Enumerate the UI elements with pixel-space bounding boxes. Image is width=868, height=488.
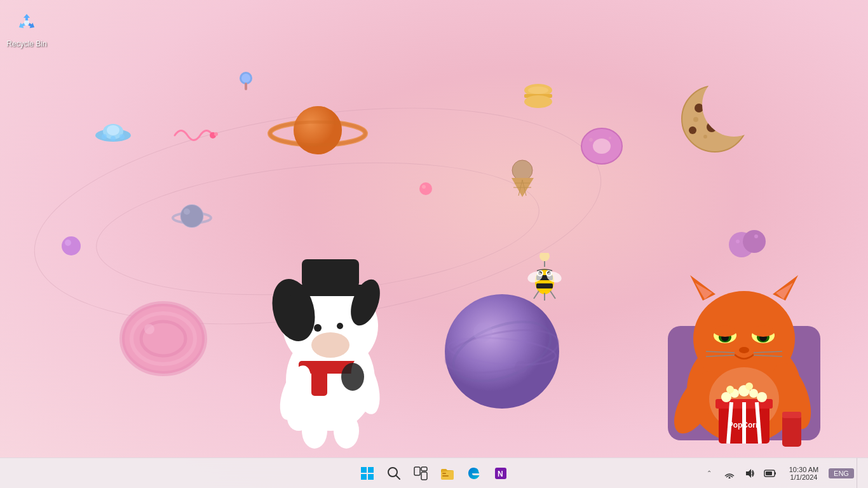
svg-point-105 [752, 328, 775, 343]
svg-point-42 [682, 86, 748, 152]
file-explorer-icon [440, 466, 454, 480]
expand-tray-button[interactable]: ⌃ [700, 464, 718, 482]
ufo-decoration [94, 118, 132, 143]
svg-point-2 [103, 124, 123, 139]
battery-icon[interactable] [761, 464, 779, 482]
svg-rect-87 [536, 283, 553, 288]
svg-point-50 [729, 232, 754, 257]
network-icon[interactable] [721, 464, 738, 482]
edge-icon [467, 466, 481, 480]
svg-point-80 [302, 413, 327, 449]
svg-rect-120 [719, 402, 770, 444]
garfield-character: PopCorn [655, 250, 833, 453]
svg-rect-134 [782, 412, 801, 418]
svg-marker-102 [695, 283, 712, 299]
svg-line-94 [534, 291, 539, 299]
svg-point-119 [709, 367, 779, 431]
clock-date: 1/1/2024 [790, 473, 818, 481]
svg-point-61 [447, 334, 557, 369]
svg-point-4 [102, 134, 107, 139]
svg-point-71 [314, 324, 322, 332]
task-view-button[interactable] [408, 461, 433, 486]
svg-line-95 [550, 291, 555, 299]
svg-marker-103 [776, 283, 793, 299]
svg-point-63 [473, 323, 492, 342]
purple-icecream-right [728, 222, 769, 261]
svg-point-98 [687, 336, 801, 444]
svg-marker-150 [746, 469, 751, 478]
svg-rect-142 [421, 467, 427, 471]
svg-point-129 [749, 389, 758, 398]
desktop: Recycle Bin [0, 0, 868, 488]
svg-rect-146 [442, 475, 449, 477]
cookie-moon [674, 83, 756, 156]
svg-rect-97 [668, 326, 820, 440]
svg-marker-100 [690, 275, 715, 301]
svg-point-44 [695, 104, 703, 112]
bee-character [527, 253, 562, 304]
svg-rect-138 [368, 474, 374, 480]
svg-point-43 [682, 86, 748, 152]
svg-point-3 [107, 125, 119, 135]
svg-point-88 [537, 270, 543, 276]
svg-point-82 [341, 363, 364, 391]
svg-point-112 [739, 347, 749, 353]
search-button[interactable] [381, 461, 407, 486]
onenote-icon: N [494, 466, 508, 480]
svg-point-111 [752, 325, 775, 337]
svg-rect-137 [361, 474, 367, 480]
language-indicator[interactable]: ENG [829, 468, 854, 478]
svg-point-39 [609, 137, 611, 139]
svg-point-38 [589, 138, 593, 142]
clock-display[interactable]: 10:30 AM 1/1/2024 [782, 466, 826, 481]
svg-rect-145 [442, 473, 446, 474]
svg-rect-141 [414, 467, 420, 475]
svg-point-109 [759, 334, 767, 341]
onenote-button[interactable]: N [488, 461, 513, 486]
svg-point-1 [95, 129, 131, 142]
svg-point-53 [754, 234, 758, 238]
volume-icon[interactable] [741, 464, 759, 482]
svg-point-78 [346, 355, 385, 417]
svg-point-47 [705, 108, 712, 114]
edge-button[interactable] [461, 461, 487, 486]
svg-rect-143 [421, 472, 427, 480]
svg-rect-25 [524, 94, 552, 98]
svg-point-72 [337, 323, 343, 329]
clock-time: 10:30 AM [789, 466, 818, 473]
svg-point-6 [119, 134, 125, 139]
svg-rect-121 [715, 399, 773, 409]
svg-point-127 [730, 389, 739, 398]
svg-point-45 [707, 122, 717, 132]
svg-point-8 [241, 74, 250, 83]
svg-rect-9 [245, 83, 247, 90]
svg-point-41 [702, 83, 756, 137]
candy-decoration [235, 70, 257, 92]
svg-rect-133 [782, 415, 801, 447]
svg-point-89 [546, 270, 552, 276]
show-desktop-button[interactable] [857, 458, 865, 489]
file-explorer-button[interactable] [435, 461, 460, 486]
svg-point-107 [757, 332, 770, 342]
svg-rect-75 [299, 361, 362, 374]
battery-svg-icon [764, 469, 776, 478]
svg-marker-101 [773, 275, 798, 301]
svg-point-48 [693, 117, 698, 122]
svg-point-91 [547, 271, 551, 275]
search-icon [387, 466, 401, 480]
svg-point-52 [736, 240, 740, 243]
start-button[interactable] [355, 461, 380, 486]
svg-point-117 [665, 364, 728, 440]
recycle-bin-label: Recycle Bin [6, 39, 46, 50]
svg-point-59 [445, 294, 559, 409]
svg-point-106 [719, 332, 731, 342]
svg-point-85 [535, 269, 554, 294]
network-svg-icon [724, 468, 735, 478]
svg-point-0 [24, 20, 29, 25]
svg-point-49 [703, 135, 707, 139]
svg-rect-136 [368, 467, 374, 473]
svg-point-7 [240, 72, 252, 85]
svg-point-26 [524, 95, 552, 108]
recycle-bin-icon[interactable]: Recycle Bin [1, 5, 52, 52]
svg-point-58 [144, 324, 154, 334]
